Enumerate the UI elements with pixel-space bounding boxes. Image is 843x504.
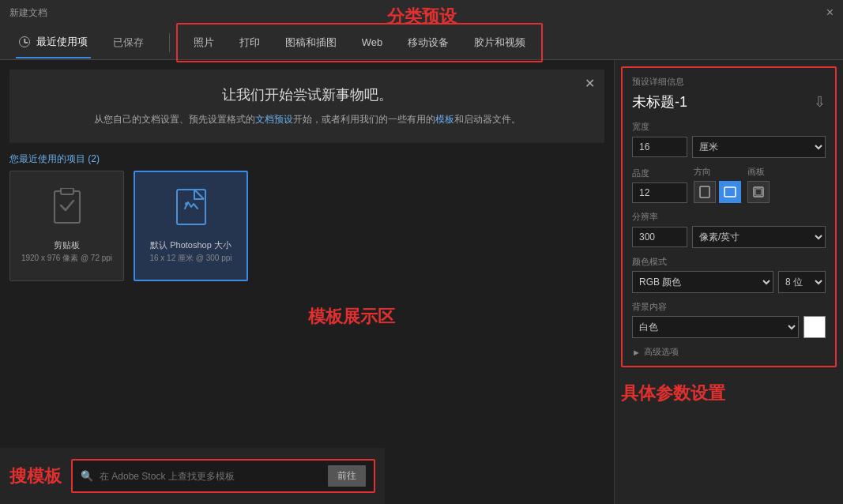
width-unit-select[interactable]: 厘米 像素 英寸 [692, 136, 826, 158]
clock-icon [19, 36, 30, 47]
width-row: 厘米 像素 英寸 [632, 136, 826, 158]
default-ps-label: 默认 Photoshop 大小 [150, 239, 231, 251]
left-panel: ✕ 让我们开始尝试新事物吧。 从您自己的文档设置、预先设置格式的文档预设开始，或… [0, 60, 614, 504]
preset-detail-box: 预设详细信息 未标题-1 ⇩ 宽度 厘米 像素 英寸 品度 [621, 66, 837, 367]
search-go-button[interactable]: 前往 [328, 465, 366, 487]
main-content: ✕ 让我们开始尝试新事物吧。 从您自己的文档设置、预先设置格式的文档预设开始，或… [0, 60, 843, 504]
template-link[interactable]: 模板 [435, 114, 454, 125]
param-label-annotation: 具体参数设置 [621, 382, 837, 405]
landscape-button[interactable] [719, 181, 741, 203]
right-panel: 预设详细信息 未标题-1 ⇩ 宽度 厘米 像素 英寸 品度 [614, 60, 843, 504]
tab-saved[interactable]: 已保存 [110, 28, 147, 58]
resolution-input[interactable] [632, 227, 687, 247]
search-input-wrapper: 🔍 前往 [71, 459, 375, 493]
banner-close-button[interactable]: ✕ [585, 76, 595, 91]
right-panel-labels: 具体参数设置 [615, 374, 843, 413]
advanced-options[interactable]: ► 高级选项 [632, 346, 826, 358]
tab-web[interactable]: Web [359, 28, 386, 56]
title-bar: 新建文档 × [0, 0, 843, 25]
svg-point-3 [185, 202, 188, 205]
tab-group-left: 最近使用项 已保存 [16, 27, 147, 58]
welcome-title: 让我们开始尝试新事物吧。 [28, 85, 585, 104]
color-mode-label: 颜色模式 [632, 256, 826, 268]
default-ps-sublabel: 16 x 12 厘米 @ 300 ppi [149, 253, 231, 264]
artboard-button[interactable] [747, 181, 770, 203]
height-input[interactable] [632, 182, 687, 203]
portrait-button[interactable] [694, 181, 716, 203]
recent-section-label: 您最近使用的项目 (2) [9, 152, 604, 166]
search-bar-area: 搜模板 🔍 前往 [0, 448, 385, 504]
preset-link[interactable]: 文档预设 [255, 114, 293, 125]
tab-divider [169, 33, 170, 52]
bg-content-select[interactable]: 白色 黑色 透明 [632, 316, 799, 338]
recent-item-default-ps[interactable]: 默认 Photoshop 大小 16 x 12 厘米 @ 300 ppi [134, 171, 248, 281]
color-depth-select[interactable]: 8 位 16 位 32 位 [778, 271, 826, 293]
bg-content-label: 背景内容 [632, 301, 826, 313]
bg-content-row: 白色 黑色 透明 [632, 316, 826, 338]
height-label: 品度 [632, 167, 687, 179]
resolution-row: 像素/英寸 像素/厘米 [632, 226, 826, 248]
tab-illustration[interactable]: 图稿和插图 [282, 28, 340, 58]
svg-rect-7 [755, 189, 762, 195]
tab-print[interactable]: 打印 [236, 28, 263, 58]
tab-film[interactable]: 胶片和视频 [471, 28, 529, 58]
orientation-buttons [694, 181, 741, 203]
clipboard-label: 剪贴板 [54, 239, 80, 251]
welcome-desc: 从您自己的文档设置、预先设置格式的文档预设开始，或者利用我们的一些有用的模板和启… [28, 112, 585, 127]
svg-rect-5 [724, 187, 736, 197]
search-label-annotation: 搜模板 [9, 465, 62, 488]
template-area-label-annotation: 模板展示区 [308, 305, 395, 329]
resolution-label: 分辨率 [632, 211, 826, 223]
tab-photo[interactable]: 照片 [190, 28, 217, 58]
tab-recent[interactable]: 最近使用项 [16, 27, 91, 58]
color-mode-select[interactable]: RGB 颜色 CMYK 颜色 灰度 [632, 271, 773, 293]
document-icon [175, 188, 207, 233]
dialog-title: 新建文档 [9, 6, 47, 20]
tab-bar: 最近使用项 已保存 照片 打印 图稿和插图 Web 移动设备 胶片和视频 [0, 25, 843, 60]
preset-detail-title: 预设详细信息 [632, 76, 826, 88]
search-input[interactable] [100, 471, 322, 482]
close-button[interactable]: × [826, 6, 834, 20]
clipboard-sublabel: 1920 x 976 像素 @ 72 ppi [21, 253, 112, 264]
direction-label: 方向 [694, 166, 741, 178]
width-label: 宽度 [632, 121, 826, 133]
preset-name-row: 未标题-1 ⇩ [632, 92, 826, 111]
resolution-unit-select[interactable]: 像素/英寸 像素/厘米 [692, 226, 826, 248]
svg-rect-4 [700, 186, 709, 197]
color-mode-row: RGB 颜色 CMYK 颜色 灰度 8 位 16 位 32 位 [632, 271, 826, 293]
tab-group-right: 照片 打印 图稿和插图 Web 移动设备 胶片和视频 [176, 23, 544, 62]
items-grid: 剪贴板 1920 x 976 像素 @ 72 ppi 默认 Photoshop … [0, 171, 614, 281]
search-icon: 🔍 [81, 470, 93, 482]
welcome-banner: ✕ 让我们开始尝试新事物吧。 从您自己的文档设置、预先设置格式的文档预设开始，或… [9, 70, 604, 143]
clipboard-icon [51, 188, 83, 233]
width-input[interactable] [632, 137, 687, 157]
tab-mobile[interactable]: 移动设备 [405, 28, 452, 58]
recent-item-clipboard[interactable]: 剪贴板 1920 x 976 像素 @ 72 ppi [9, 171, 124, 281]
save-preset-icon[interactable]: ⇩ [814, 93, 826, 111]
artboard-label: 画板 [747, 166, 770, 178]
preset-name: 未标题-1 [632, 92, 687, 111]
bg-color-swatch[interactable] [803, 316, 826, 338]
svg-rect-1 [61, 188, 73, 194]
